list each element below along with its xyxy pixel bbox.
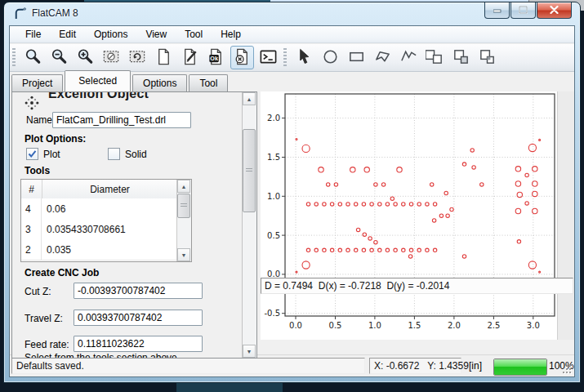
tools-table: # Diameter 40.0630.035433070866120.035 ▲… — [20, 179, 192, 262]
svg-text:1.0: 1.0 — [368, 321, 381, 330]
cut-z-label: Cut Z: — [25, 286, 51, 297]
table-row[interactable]: 30.0354330708661 — [21, 219, 177, 240]
new-file-button[interactable] — [152, 46, 176, 69]
clear-plot-button[interactable] — [100, 46, 123, 69]
replot-button[interactable] — [126, 46, 149, 69]
toolbar-handle[interactable] — [12, 48, 16, 68]
table-scrollbar: ▲ ▼ — [176, 180, 191, 261]
table-row[interactable]: 20.035 — [21, 239, 177, 261]
object-name-input[interactable] — [52, 112, 191, 128]
menu-item-edit[interactable]: Edit — [50, 27, 85, 42]
tool-diameter-cell[interactable]: 0.06 — [42, 198, 177, 219]
plot-options-label: Plot Options: — [25, 133, 86, 145]
zoom-reset-button[interactable] — [21, 46, 45, 69]
draw-rectangle-button[interactable] — [345, 46, 368, 69]
maximize-icon — [519, 5, 528, 16]
tab-tool[interactable]: Tool — [189, 74, 228, 91]
tool-diameter-cell[interactable]: 0.0354330708661 — [42, 219, 177, 239]
menu-item-view[interactable]: View — [136, 27, 176, 42]
measurement-readout: D = 0.7494 D(x) = -0.7218 D(y) = -0.2014 — [261, 278, 573, 294]
delete-file-button[interactable] — [230, 46, 254, 69]
svg-text:3.0: 3.0 — [527, 321, 540, 330]
draw-circle-button[interactable] — [319, 46, 342, 69]
tool-number-cell[interactable]: 3 — [21, 219, 42, 239]
union-button[interactable] — [423, 46, 447, 69]
tab-options[interactable]: Options — [132, 74, 187, 91]
union-icon — [426, 47, 444, 69]
tools-label: Tools — [25, 165, 50, 176]
scroll-thumb[interactable] — [177, 194, 190, 218]
scroll-down-button[interactable]: ▼ — [243, 345, 256, 358]
scroll-up-button[interactable]: ▲ — [243, 92, 256, 105]
scroll-up-button[interactable]: ▲ — [177, 180, 190, 193]
table-row[interactable]: 40.06 — [21, 198, 177, 220]
progress-bar — [493, 359, 547, 376]
svg-text:0.5: 0.5 — [267, 231, 280, 240]
svg-text:-0.5: -0.5 — [264, 309, 280, 318]
triangle-up-icon: ▲ — [181, 184, 187, 189]
tools-hint-label: Select from the tools section above — [25, 352, 177, 359]
close-icon — [550, 5, 559, 16]
flatcam-window: FlatCAM 8 File Edit Options View Tool He… — [3, 2, 581, 383]
client-area: File Edit Options View Tool Help Ok Proj… — [9, 25, 575, 377]
plot-canvas[interactable]: 0.00.51.01.52.02.53.0-0.50.00.51.01.52.0 — [261, 91, 574, 340]
shell-button[interactable] — [256, 46, 280, 69]
zoom-out-button[interactable] — [47, 46, 71, 69]
menu-item-options[interactable]: Options — [85, 27, 136, 42]
menu-item-help[interactable]: Help — [212, 27, 250, 42]
tab-project[interactable]: Project — [11, 74, 63, 91]
svg-text:1.0: 1.0 — [267, 192, 280, 201]
solid-checkbox[interactable]: Solid — [108, 148, 165, 160]
select-arrow-button[interactable] — [292, 46, 316, 69]
tab-selected[interactable]: Selected — [65, 70, 131, 91]
feed-rate-input[interactable] — [74, 336, 203, 352]
scroll-thumb[interactable] — [243, 129, 256, 212]
close-button[interactable] — [537, 2, 572, 19]
subtract-button[interactable] — [449, 46, 473, 69]
travel-z-label: Travel Z: — [25, 313, 63, 324]
plot-margin — [557, 91, 574, 340]
svg-text:Ok: Ok — [210, 56, 218, 62]
checkbox-icon — [108, 148, 120, 160]
draw-polyline-icon — [399, 47, 418, 69]
toolbar: Ok — [10, 44, 574, 72]
draw-polygon-icon — [373, 47, 392, 69]
plot-checkbox[interactable]: Plot — [26, 148, 83, 160]
zoom-in-icon — [76, 47, 95, 69]
svg-text:1.5: 1.5 — [408, 321, 421, 330]
tool-diameter-cell[interactable]: 0.035 — [42, 239, 177, 260]
travel-z-input[interactable] — [74, 310, 203, 326]
resize-grip[interactable] — [563, 365, 571, 373]
ok-file-icon: Ok — [207, 47, 225, 69]
name-label: Name: — [26, 114, 55, 126]
subtract-icon — [452, 47, 470, 69]
edit-file-button[interactable] — [178, 46, 202, 69]
toolbar-handle[interactable] — [283, 48, 287, 68]
feed-rate-label: Feed rate: — [25, 339, 69, 350]
cut-z-input[interactable] — [74, 283, 203, 299]
plot-checkbox-label: Plot — [43, 149, 60, 160]
maximize-button[interactable] — [510, 2, 536, 19]
units-label: [in] — [469, 360, 482, 372]
draw-circle-icon — [321, 47, 340, 69]
merge-button[interactable] — [475, 46, 499, 69]
draw-polygon-button[interactable] — [371, 46, 395, 69]
col-number[interactable]: # — [21, 180, 42, 198]
minimize-button[interactable] — [484, 2, 510, 19]
tool-number-cell[interactable]: 2 — [21, 239, 42, 260]
ok-file-button[interactable]: Ok — [204, 46, 228, 69]
menu-item-tool[interactable]: Tool — [176, 27, 212, 42]
svg-text:2.0: 2.0 — [267, 114, 280, 122]
triangle-down-icon: ▼ — [247, 349, 252, 354]
zoom-out-icon — [50, 47, 69, 69]
col-diameter[interactable]: Diameter — [42, 180, 177, 198]
scroll-down-button[interactable]: ▼ — [177, 248, 190, 261]
menu-item-file[interactable]: File — [16, 27, 50, 42]
plot-panel: 0.00.51.01.52.02.53.0-0.50.00.51.01.52.0 — [261, 91, 574, 340]
svg-text:0.5: 0.5 — [329, 321, 342, 330]
zoom-in-button[interactable] — [74, 46, 97, 69]
draw-polyline-button[interactable] — [397, 46, 421, 69]
tool-number-cell[interactable]: 4 — [21, 198, 42, 219]
titlebar[interactable]: FlatCAM 8 — [4, 2, 580, 25]
draw-rectangle-icon — [347, 47, 366, 69]
